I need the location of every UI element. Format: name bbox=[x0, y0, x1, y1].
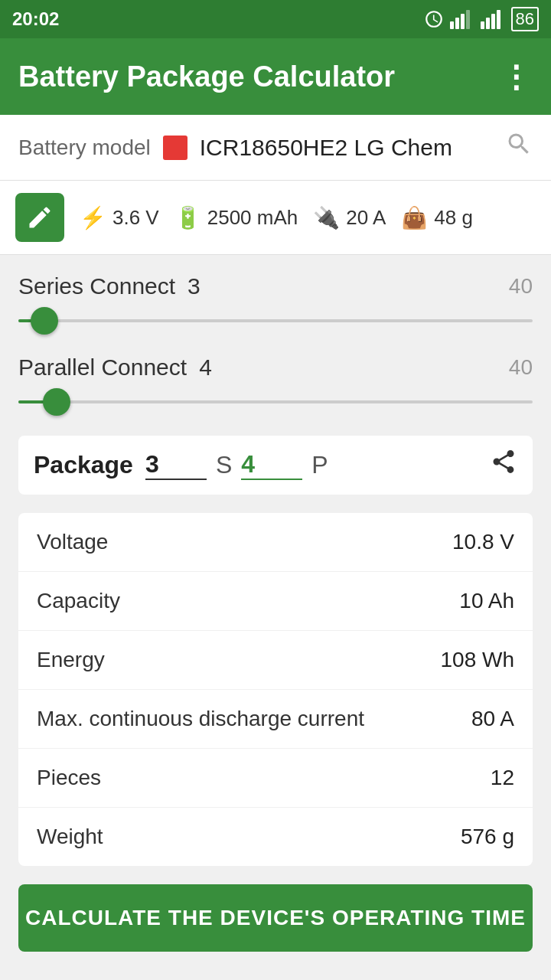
svg-rect-6 bbox=[491, 14, 495, 29]
parallel-slider-thumb[interactable] bbox=[43, 388, 70, 416]
parallel-connect-row: Parallel Connect 4 40 bbox=[18, 354, 533, 417]
battery-indicator: 86 bbox=[511, 7, 539, 31]
package-label: Package bbox=[34, 451, 133, 479]
model-name: ICR18650HE2 LG Chem bbox=[200, 135, 493, 161]
result-value: 108 Wh bbox=[441, 648, 515, 672]
alarm-icon bbox=[424, 9, 444, 29]
parallel-label: Parallel Connect bbox=[18, 354, 187, 381]
voltage-icon: ⚡ bbox=[80, 205, 106, 230]
parallel-slider-container[interactable] bbox=[18, 387, 533, 417]
parallel-max: 40 bbox=[509, 355, 533, 380]
svg-rect-1 bbox=[455, 18, 459, 29]
search-button[interactable] bbox=[505, 130, 533, 165]
status-bar: 20:02 86 bbox=[0, 0, 551, 38]
package-s-sep: S bbox=[216, 451, 232, 479]
battery-icon: 🔋 bbox=[174, 205, 201, 230]
result-row: Voltage10.8 V bbox=[18, 513, 533, 572]
result-value: 576 g bbox=[461, 825, 514, 849]
model-color-swatch bbox=[163, 136, 187, 160]
spec-capacity: 🔋 2500 mAh bbox=[174, 205, 298, 230]
series-slider-container[interactable] bbox=[18, 305, 533, 336]
result-label: Pieces bbox=[37, 766, 101, 790]
parallel-value: 4 bbox=[199, 354, 212, 381]
svg-rect-5 bbox=[486, 18, 490, 29]
svg-rect-2 bbox=[461, 14, 465, 29]
result-label: Weight bbox=[37, 825, 103, 849]
battery-percent: 86 bbox=[516, 9, 534, 28]
series-slider-thumb[interactable] bbox=[31, 307, 58, 335]
charge-icon: 🔌 bbox=[313, 205, 340, 230]
app-menu-button[interactable]: ⋮ bbox=[500, 59, 533, 94]
spec-voltage: ⚡ 3.6 V bbox=[80, 205, 159, 230]
result-value: 80 A bbox=[471, 707, 514, 731]
spec-current: 🔌 20 A bbox=[313, 205, 386, 230]
series-value: 3 bbox=[187, 273, 201, 299]
result-value: 10 Ah bbox=[459, 589, 514, 613]
svg-rect-4 bbox=[481, 21, 484, 29]
signal2-icon bbox=[481, 9, 505, 29]
result-row: Max. continuous discharge current80 A bbox=[18, 690, 533, 749]
edit-button[interactable] bbox=[15, 193, 64, 242]
weight-value: 48 g bbox=[434, 206, 473, 230]
series-connect-row: Series Connect 3 40 bbox=[18, 273, 533, 336]
package-series-input[interactable]: 3 bbox=[145, 450, 207, 480]
status-time: 20:02 bbox=[12, 8, 59, 30]
result-value: 12 bbox=[491, 766, 514, 790]
status-icons: 86 bbox=[424, 7, 539, 31]
specs-row: ⚡ 3.6 V 🔋 2500 mAh 🔌 20 A 👜 48 g bbox=[0, 181, 551, 255]
result-label: Capacity bbox=[37, 589, 120, 613]
result-label: Voltage bbox=[37, 530, 108, 554]
result-label: Max. continuous discharge current bbox=[37, 707, 364, 731]
svg-rect-3 bbox=[466, 10, 470, 29]
capacity-value: 2500 mAh bbox=[207, 206, 298, 230]
result-row: Pieces12 bbox=[18, 749, 533, 808]
package-row: Package 3 S 4 P bbox=[18, 436, 533, 495]
package-p-sep: P bbox=[311, 451, 328, 479]
voltage-value: 3.6 V bbox=[112, 206, 159, 230]
share-button[interactable] bbox=[490, 448, 517, 482]
results-section: Voltage10.8 VCapacity10 AhEnergy108 WhMa… bbox=[18, 513, 533, 866]
result-row: Energy108 Wh bbox=[18, 631, 533, 690]
main-content: Series Connect 3 40 Parallel Connect 4 4… bbox=[0, 255, 551, 976]
series-label: Series Connect bbox=[18, 273, 175, 299]
app-title: Battery Package Calculator bbox=[18, 60, 395, 93]
signal-icon bbox=[450, 9, 474, 29]
series-max: 40 bbox=[509, 274, 533, 299]
series-slider-track bbox=[18, 319, 533, 322]
result-row: Weight576 g bbox=[18, 808, 533, 866]
svg-rect-0 bbox=[450, 21, 454, 29]
package-parallel-input[interactable]: 4 bbox=[241, 450, 302, 480]
weight-icon: 👜 bbox=[401, 205, 428, 230]
spec-weight: 👜 48 g bbox=[401, 205, 473, 230]
result-value: 10.8 V bbox=[452, 530, 514, 554]
parallel-slider-track bbox=[18, 400, 533, 403]
calculate-button[interactable]: CALCULATE THE DEVICE'S OPERATING TIME bbox=[18, 884, 533, 952]
app-bar: Battery Package Calculator ⋮ bbox=[0, 38, 551, 115]
result-label: Energy bbox=[37, 648, 105, 672]
model-label: Battery model bbox=[18, 136, 151, 160]
current-value: 20 A bbox=[346, 206, 386, 230]
battery-model-row: Battery model ICR18650HE2 LG Chem bbox=[0, 115, 551, 181]
result-row: Capacity10 Ah bbox=[18, 572, 533, 631]
svg-rect-7 bbox=[497, 10, 500, 29]
